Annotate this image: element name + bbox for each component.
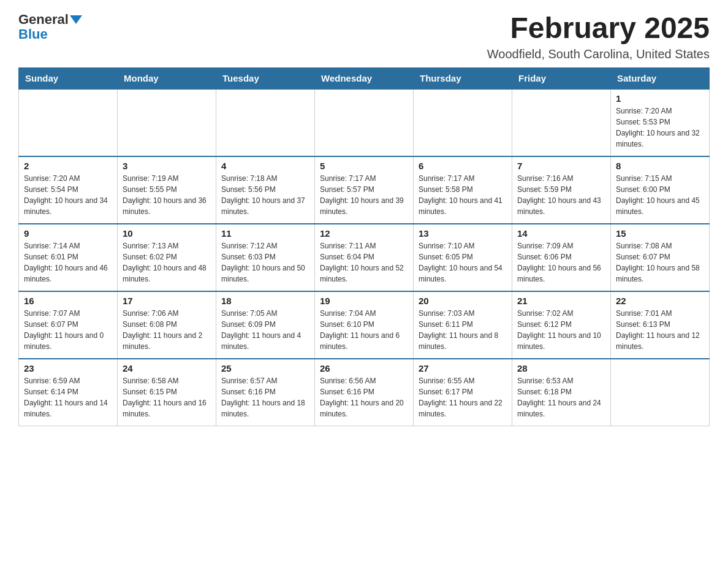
calendar-cell: 21Sunrise: 7:02 AMSunset: 6:12 PMDayligh… (512, 291, 611, 359)
day-number: 6 (419, 161, 507, 171)
calendar-cell: 7Sunrise: 7:16 AMSunset: 5:59 PMDaylight… (512, 156, 611, 224)
day-sun-info: Sunrise: 7:20 AMSunset: 5:54 PMDaylight:… (24, 173, 112, 217)
calendar-cell: 10Sunrise: 7:13 AMSunset: 6:02 PMDayligh… (118, 224, 216, 291)
day-sun-info: Sunrise: 7:08 AMSunset: 6:07 PMDaylight:… (616, 240, 704, 285)
day-number: 17 (123, 296, 211, 306)
calendar-cell: 8Sunrise: 7:15 AMSunset: 6:00 PMDaylight… (611, 156, 710, 224)
calendar-cell: 20Sunrise: 7:03 AMSunset: 6:11 PMDayligh… (414, 291, 512, 359)
day-number: 25 (221, 363, 309, 373)
calendar-cell (118, 89, 216, 156)
day-sun-info: Sunrise: 7:14 AMSunset: 6:01 PMDaylight:… (24, 240, 112, 285)
calendar-cell (216, 89, 315, 156)
header-friday: Friday (512, 67, 611, 89)
calendar-week-row: 9Sunrise: 7:14 AMSunset: 6:01 PMDaylight… (19, 224, 710, 291)
calendar-cell: 12Sunrise: 7:11 AMSunset: 6:04 PMDayligh… (315, 224, 414, 291)
day-number: 24 (123, 363, 211, 373)
calendar-cell: 6Sunrise: 7:17 AMSunset: 5:58 PMDaylight… (414, 156, 512, 224)
day-sun-info: Sunrise: 7:09 AMSunset: 6:06 PMDaylight:… (517, 240, 605, 285)
month-title: February 2025 (487, 12, 710, 45)
calendar-cell (611, 359, 710, 426)
day-sun-info: Sunrise: 7:12 AMSunset: 6:03 PMDaylight:… (221, 240, 309, 285)
calendar-cell: 9Sunrise: 7:14 AMSunset: 6:01 PMDaylight… (19, 224, 118, 291)
page-header: General Blue February 2025 Woodfield, So… (18, 12, 710, 61)
logo-blue: Blue (18, 27, 48, 42)
day-sun-info: Sunrise: 6:55 AMSunset: 6:17 PMDaylight:… (419, 375, 507, 419)
day-sun-info: Sunrise: 7:17 AMSunset: 5:57 PMDaylight:… (320, 173, 408, 217)
calendar-table: Sunday Monday Tuesday Wednesday Thursday… (18, 67, 710, 427)
calendar-cell: 4Sunrise: 7:18 AMSunset: 5:56 PMDaylight… (216, 156, 315, 224)
day-number: 23 (24, 363, 112, 373)
day-sun-info: Sunrise: 7:11 AMSunset: 6:04 PMDaylight:… (320, 240, 408, 285)
header-wednesday: Wednesday (315, 67, 414, 89)
day-sun-info: Sunrise: 7:17 AMSunset: 5:58 PMDaylight:… (419, 173, 507, 217)
day-sun-info: Sunrise: 7:18 AMSunset: 5:56 PMDaylight:… (221, 173, 309, 217)
calendar-cell: 16Sunrise: 7:07 AMSunset: 6:07 PMDayligh… (19, 291, 118, 359)
day-number: 14 (517, 228, 605, 239)
day-number: 20 (419, 296, 507, 306)
header-monday: Monday (118, 67, 216, 89)
calendar-cell: 1Sunrise: 7:20 AMSunset: 5:53 PMDaylight… (611, 89, 710, 156)
calendar-cell: 22Sunrise: 7:01 AMSunset: 6:13 PMDayligh… (611, 291, 710, 359)
day-number: 10 (123, 228, 211, 239)
calendar-week-row: 1Sunrise: 7:20 AMSunset: 5:53 PMDaylight… (19, 89, 710, 156)
day-sun-info: Sunrise: 7:02 AMSunset: 6:12 PMDaylight:… (517, 308, 605, 352)
day-sun-info: Sunrise: 7:03 AMSunset: 6:11 PMDaylight:… (419, 308, 507, 352)
header-thursday: Thursday (414, 67, 512, 89)
title-area: February 2025 Woodfield, South Carolina,… (487, 12, 710, 61)
day-number: 9 (24, 228, 112, 239)
header-tuesday: Tuesday (216, 67, 315, 89)
calendar-week-row: 23Sunrise: 6:59 AMSunset: 6:14 PMDayligh… (19, 359, 710, 426)
day-sun-info: Sunrise: 7:10 AMSunset: 6:05 PMDaylight:… (419, 240, 507, 285)
day-number: 4 (221, 161, 309, 171)
day-number: 3 (123, 161, 211, 171)
calendar-cell: 14Sunrise: 7:09 AMSunset: 6:06 PMDayligh… (512, 224, 611, 291)
day-number: 15 (616, 228, 704, 239)
calendar-cell: 13Sunrise: 7:10 AMSunset: 6:05 PMDayligh… (414, 224, 512, 291)
logo-general: General (18, 12, 69, 27)
day-number: 13 (419, 228, 507, 239)
day-sun-info: Sunrise: 6:58 AMSunset: 6:15 PMDaylight:… (123, 375, 211, 419)
day-number: 8 (616, 161, 704, 171)
calendar-cell: 19Sunrise: 7:04 AMSunset: 6:10 PMDayligh… (315, 291, 414, 359)
day-sun-info: Sunrise: 6:57 AMSunset: 6:16 PMDaylight:… (221, 375, 309, 419)
day-sun-info: Sunrise: 6:56 AMSunset: 6:16 PMDaylight:… (320, 375, 408, 419)
day-number: 16 (24, 296, 112, 306)
logo-arrow-icon (70, 15, 82, 24)
day-sun-info: Sunrise: 7:15 AMSunset: 6:00 PMDaylight:… (616, 173, 704, 217)
calendar-week-row: 16Sunrise: 7:07 AMSunset: 6:07 PMDayligh… (19, 291, 710, 359)
day-sun-info: Sunrise: 7:07 AMSunset: 6:07 PMDaylight:… (24, 308, 112, 352)
day-sun-info: Sunrise: 7:04 AMSunset: 6:10 PMDaylight:… (320, 308, 408, 352)
day-number: 28 (517, 363, 605, 373)
logo: General Blue (18, 12, 82, 42)
calendar-cell: 2Sunrise: 7:20 AMSunset: 5:54 PMDaylight… (19, 156, 118, 224)
calendar-cell (512, 89, 611, 156)
calendar-header-row: Sunday Monday Tuesday Wednesday Thursday… (19, 67, 710, 89)
day-number: 18 (221, 296, 309, 306)
calendar-cell: 11Sunrise: 7:12 AMSunset: 6:03 PMDayligh… (216, 224, 315, 291)
day-number: 26 (320, 363, 408, 373)
day-number: 7 (517, 161, 605, 171)
calendar-cell: 17Sunrise: 7:06 AMSunset: 6:08 PMDayligh… (118, 291, 216, 359)
day-number: 21 (517, 296, 605, 306)
day-sun-info: Sunrise: 7:16 AMSunset: 5:59 PMDaylight:… (517, 173, 605, 217)
header-sunday: Sunday (19, 67, 118, 89)
day-sun-info: Sunrise: 7:05 AMSunset: 6:09 PMDaylight:… (221, 308, 309, 352)
calendar-cell: 25Sunrise: 6:57 AMSunset: 6:16 PMDayligh… (216, 359, 315, 426)
calendar-cell: 28Sunrise: 6:53 AMSunset: 6:18 PMDayligh… (512, 359, 611, 426)
day-sun-info: Sunrise: 6:59 AMSunset: 6:14 PMDaylight:… (24, 375, 112, 419)
day-number: 1 (616, 93, 704, 104)
day-sun-info: Sunrise: 7:20 AMSunset: 5:53 PMDaylight:… (616, 105, 704, 150)
header-saturday: Saturday (611, 67, 710, 89)
day-number: 22 (616, 296, 704, 306)
calendar-cell: 15Sunrise: 7:08 AMSunset: 6:07 PMDayligh… (611, 224, 710, 291)
calendar-cell: 3Sunrise: 7:19 AMSunset: 5:55 PMDaylight… (118, 156, 216, 224)
day-number: 11 (221, 228, 309, 239)
calendar-cell: 23Sunrise: 6:59 AMSunset: 6:14 PMDayligh… (19, 359, 118, 426)
day-number: 12 (320, 228, 408, 239)
location-title: Woodfield, South Carolina, United States (487, 47, 710, 61)
day-number: 19 (320, 296, 408, 306)
calendar-cell (315, 89, 414, 156)
day-sun-info: Sunrise: 7:13 AMSunset: 6:02 PMDaylight:… (123, 240, 211, 285)
calendar-cell (414, 89, 512, 156)
calendar-cell: 26Sunrise: 6:56 AMSunset: 6:16 PMDayligh… (315, 359, 414, 426)
